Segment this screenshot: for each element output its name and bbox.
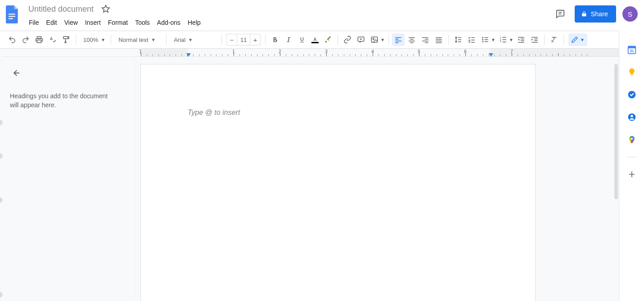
chevron-down-icon[interactable]: ▼ [491,37,495,42]
ruler[interactable]: 1 1 2 3 4 5 6 7 [0,49,644,57]
toolbar: 100%▼ Normal text▼ Arial▼ − + ▼ [0,31,644,49]
menu-file[interactable]: File [25,17,43,28]
svg-rect-42 [502,37,506,38]
svg-text:31: 31 [630,49,634,53]
svg-text:3: 3 [500,40,501,43]
scrollbar[interactable] [613,64,619,267]
paint-format-icon[interactable] [60,33,72,46]
svg-rect-44 [502,39,506,40]
checklist-icon[interactable] [465,33,478,46]
calendar-icon[interactable]: 31 [626,44,637,55]
line-spacing-icon[interactable] [452,33,464,46]
side-panel: 31 [619,31,644,301]
svg-rect-7 [63,36,68,39]
clear-formatting-icon[interactable] [548,33,560,46]
insert-link-icon[interactable] [341,33,354,46]
svg-rect-54 [531,42,538,43]
tab-strip [0,49,3,301]
account-avatar[interactable]: S [622,6,638,22]
close-outline-icon[interactable] [8,66,23,80]
svg-rect-16 [395,42,399,43]
align-center-icon[interactable] [405,33,418,46]
add-comment-icon[interactable] [355,33,367,46]
docs-logo[interactable] [4,3,22,26]
indent-increase-icon[interactable] [528,33,541,46]
open-comments-icon[interactable] [552,6,568,22]
svg-rect-11 [371,37,378,42]
svg-point-12 [373,38,374,40]
svg-rect-46 [502,42,506,43]
chevron-down-icon[interactable]: ▼ [380,37,385,42]
undo-icon[interactable] [6,33,18,46]
font-family-select[interactable]: Arial▼ [169,33,219,46]
font-size-decrease[interactable]: − [227,36,237,44]
svg-rect-14 [395,39,399,40]
svg-point-61 [630,115,633,117]
menu-tools[interactable]: Tools [131,17,153,28]
share-label: Share [591,10,608,18]
svg-rect-17 [409,37,415,38]
align-justify-icon[interactable] [432,33,445,46]
document-canvas[interactable]: Type @ to insert [135,57,619,301]
bulleted-list-icon[interactable] [479,33,491,46]
numbered-list-icon[interactable]: 123 [497,33,509,46]
align-right-icon[interactable] [419,33,432,46]
text-color-icon[interactable] [309,33,321,46]
svg-rect-13 [395,37,401,38]
document-placeholder: Type @ to insert [188,109,240,117]
paragraph-style-select[interactable]: Normal text▼ [114,33,163,46]
page[interactable]: Type @ to insert [140,64,536,301]
spellcheck-icon[interactable] [46,33,59,46]
font-size-increase[interactable]: + [250,36,260,44]
lock-icon [581,11,587,17]
menubar: File Edit View Insert Format Tools Add-o… [25,16,644,29]
svg-point-35 [482,37,483,38]
svg-rect-2 [9,18,13,19]
svg-point-39 [482,41,483,42]
highlight-color-icon[interactable] [322,33,334,46]
indent-decrease-icon[interactable] [515,33,527,46]
svg-rect-25 [436,37,442,38]
align-left-icon[interactable] [392,33,405,46]
chevron-down-icon[interactable]: ▼ [509,37,513,42]
maps-icon[interactable] [626,134,637,145]
menu-addons[interactable]: Add-ons [153,17,184,28]
svg-rect-52 [534,39,538,40]
share-button[interactable]: Share [575,5,616,23]
star-icon[interactable] [100,4,111,14]
svg-rect-15 [395,41,401,41]
menu-format[interactable]: Format [104,17,131,28]
redo-icon[interactable] [19,33,32,46]
svg-rect-0 [9,14,15,14]
svg-rect-22 [425,39,428,40]
svg-rect-38 [485,39,488,40]
menu-view[interactable]: View [61,17,81,28]
menu-edit[interactable]: Edit [43,17,61,28]
zoom-select[interactable]: 100%▼ [79,33,108,46]
font-size-input[interactable] [237,34,250,45]
get-addons-icon[interactable] [626,169,637,180]
pencil-icon [571,36,578,43]
svg-rect-49 [521,41,524,41]
outline-empty-hint: Headings you add to the document will ap… [10,92,118,109]
editing-mode-button[interactable]: ▼ [568,33,587,46]
svg-rect-36 [485,37,488,38]
svg-rect-48 [521,39,524,40]
svg-rect-6 [37,40,41,43]
italic-icon[interactable] [282,33,295,46]
keep-icon[interactable] [626,67,637,78]
svg-rect-19 [409,41,415,41]
menu-help[interactable]: Help [184,17,204,28]
bold-icon[interactable] [269,33,281,46]
insert-image-icon[interactable] [368,33,381,46]
svg-rect-40 [485,41,488,42]
contacts-icon[interactable] [626,112,637,123]
chevron-down-icon: ▼ [101,37,105,42]
underline-icon[interactable] [296,33,308,46]
svg-rect-28 [436,42,442,43]
document-title[interactable]: Untitled document [25,3,97,15]
menu-insert[interactable]: Insert [81,17,104,28]
print-icon[interactable] [33,33,45,46]
tasks-icon[interactable] [626,89,637,100]
document-outline-panel: Headings you add to the document will ap… [0,57,135,301]
